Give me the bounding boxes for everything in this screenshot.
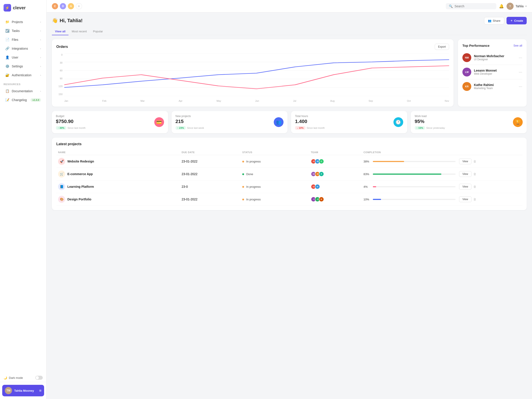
user-topbar-menu[interactable]: T Tahlia ▾ bbox=[507, 3, 527, 10]
share-button[interactable]: 👥 Share bbox=[484, 17, 504, 24]
sidebar-item-label: Documentation bbox=[12, 89, 32, 93]
view-button[interactable]: View bbox=[459, 158, 471, 164]
user-profile-card[interactable]: TM Tahlia Mooney ⊞ bbox=[2, 385, 44, 396]
project-name: Learning Platform bbox=[67, 185, 94, 188]
chevron-right-icon: › bbox=[40, 30, 41, 32]
more-options-icon[interactable]: ⋯ bbox=[519, 84, 522, 89]
completion-pct: 10% bbox=[364, 198, 371, 201]
perf-title: Top Performance bbox=[462, 44, 489, 47]
col-name: NAME bbox=[56, 150, 180, 155]
project-due-date: 23-01-2022 bbox=[180, 168, 241, 180]
team-av: C bbox=[319, 159, 324, 164]
tab-d[interactable]: D bbox=[60, 3, 66, 9]
sidebar-item-tasks[interactable]: ☑️ Tasks › bbox=[2, 27, 44, 35]
latest-projects-card: Latest projects NAME DUE DATE STATUS TEA… bbox=[52, 138, 527, 210]
stat-budget-value: $750.90 bbox=[56, 119, 86, 124]
perf-avatar-0: NM bbox=[462, 53, 471, 62]
project-icon: 🛒 bbox=[58, 171, 65, 177]
topbar-chevron-icon: ▾ bbox=[525, 5, 527, 8]
chevron-right-icon: › bbox=[40, 90, 41, 92]
sidebar-item-label: Projects bbox=[12, 20, 23, 24]
stat-projects-badge: ↑ 23% bbox=[176, 126, 186, 130]
chart-header: Orders Export bbox=[56, 44, 449, 50]
stat-workload-label: Work load bbox=[415, 115, 445, 118]
tasks-icon: ☑️ bbox=[5, 29, 10, 33]
stat-hours-label: Total hours bbox=[295, 115, 325, 118]
sidebar-item-authentication[interactable]: 🔐 Authentication › bbox=[2, 71, 44, 79]
view-button[interactable]: View bbox=[459, 196, 471, 202]
see-all-link[interactable]: See all bbox=[513, 44, 522, 47]
stat-hours-value: 1.400 bbox=[295, 119, 325, 124]
stat-budget: Budget $750.90 ↑ 30% Since last month 💳 bbox=[52, 111, 168, 133]
action-buttons: View 🗑 bbox=[459, 171, 520, 177]
logo[interactable]: ⚡ clever bbox=[0, 0, 46, 16]
moon-icon: 🌙 bbox=[4, 376, 7, 380]
delete-button[interactable]: 🗑 bbox=[473, 185, 476, 188]
col-actions bbox=[457, 150, 522, 155]
table-row: 📘 Learning Platform 23-0 In progress G bbox=[56, 180, 522, 193]
perf-name-1: Leeann Monnet bbox=[474, 69, 516, 72]
search-input[interactable] bbox=[454, 4, 493, 8]
user-avatar: TM bbox=[5, 387, 12, 394]
tab-popular[interactable]: Popular bbox=[90, 28, 106, 35]
action-buttons: View 🗑 bbox=[459, 196, 520, 202]
project-due-date: 23-0 bbox=[180, 180, 241, 193]
table-row: 🚀 Website Redesign 23-01-2022 In progres… bbox=[56, 155, 522, 168]
top-performance-card: Top Performance See all NM Norman Mohrba… bbox=[458, 39, 527, 107]
delete-button[interactable]: 🗑 bbox=[473, 172, 476, 176]
perf-item: NM Norman Mohrbacher UI Designer ⋯ bbox=[462, 51, 522, 65]
perf-item: LM Leeann Monnet Web Developer ⋯ bbox=[462, 65, 522, 79]
stat-workload-badge: ↑ 15% bbox=[415, 126, 425, 130]
integrations-icon: 🔗 bbox=[5, 47, 10, 51]
stat-projects-icon: 👥 bbox=[274, 117, 284, 127]
tab-c[interactable]: C bbox=[52, 3, 58, 9]
sidebar-item-projects[interactable]: 📁 Projects › bbox=[2, 18, 44, 26]
sidebar-item-settings[interactable]: ⚙️ Settings › bbox=[2, 62, 44, 70]
projects-table: NAME DUE DATE STATUS TEAM COMPLETION 🚀 bbox=[56, 150, 522, 206]
resources-label: RESOURCES bbox=[0, 81, 46, 86]
delete-button[interactable]: 🗑 bbox=[473, 197, 476, 201]
sidebar-item-label: Settings bbox=[12, 64, 23, 68]
tab-view-all[interactable]: View all bbox=[52, 28, 69, 35]
more-options-icon[interactable]: ⋯ bbox=[519, 70, 522, 74]
chevron-right-icon: › bbox=[40, 47, 41, 50]
auth-icon: 🔐 bbox=[5, 73, 10, 77]
stat-budget-icon: 💳 bbox=[154, 117, 164, 127]
view-button[interactable]: View bbox=[459, 184, 471, 190]
sidebar-item-documentation[interactable]: 📋 Documentation › bbox=[2, 87, 44, 95]
sidebar-item-changelog[interactable]: 📝 Changelog v1.0.0 bbox=[2, 96, 44, 104]
sidebar-item-label: Changelog bbox=[12, 98, 27, 102]
project-name-cell: 🛒 E-commerce App bbox=[58, 171, 178, 177]
tab-a[interactable]: A bbox=[68, 3, 74, 9]
team-avatars: A B C bbox=[311, 159, 360, 164]
add-tab-button[interactable]: + bbox=[76, 3, 82, 9]
progress-bar-wrap bbox=[373, 174, 456, 175]
delete-button[interactable]: 🗑 bbox=[473, 160, 476, 163]
search-box[interactable]: 🔍 bbox=[446, 3, 496, 9]
more-options-icon[interactable]: ⋯ bbox=[519, 56, 522, 60]
status-text: Done bbox=[246, 172, 253, 176]
files-icon: 📄 bbox=[5, 38, 10, 42]
perf-info-2: Kathe Rahimi Marketing Team bbox=[474, 83, 516, 90]
perf-avatar-1: LM bbox=[462, 68, 471, 76]
progress-bar bbox=[373, 199, 381, 200]
export-button[interactable]: Export bbox=[435, 44, 449, 50]
progress-bar bbox=[373, 174, 442, 175]
project-icon: 🚀 bbox=[58, 158, 65, 165]
sidebar-item-user[interactable]: 👤 User › bbox=[2, 53, 44, 62]
notifications[interactable]: 🔔 bbox=[499, 4, 504, 9]
create-button[interactable]: ＋ Create bbox=[507, 17, 527, 24]
chart-svg-wrap bbox=[64, 53, 449, 96]
completion-cell: 83% bbox=[364, 172, 456, 176]
progress-bar-wrap bbox=[373, 161, 456, 162]
perf-role-0: UI Designer bbox=[474, 58, 516, 61]
view-button[interactable]: View bbox=[459, 171, 471, 177]
project-name-cell: 🚀 Website Redesign bbox=[58, 158, 178, 165]
sidebar-item-files[interactable]: 📄 Files › bbox=[2, 35, 44, 44]
tab-most-recent[interactable]: Most recent bbox=[69, 28, 90, 35]
completion-pct: 38% bbox=[364, 160, 371, 163]
sidebar-item-integrations[interactable]: 🔗 Integrations › bbox=[2, 44, 44, 53]
projects-table-title: Latest projects bbox=[56, 142, 522, 146]
chart-area: 150 120 90 60 30 0 bbox=[56, 53, 449, 102]
dark-mode-toggle[interactable] bbox=[35, 376, 43, 380]
